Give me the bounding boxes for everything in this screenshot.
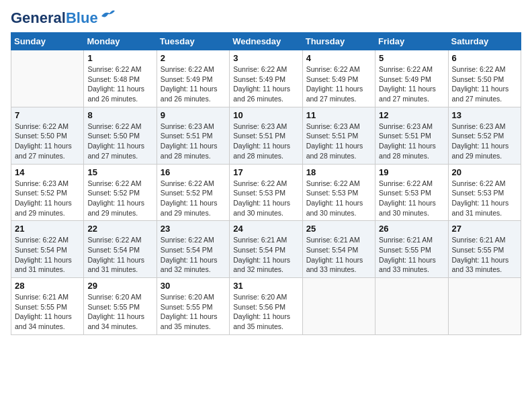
day-info: Sunrise: 6:22 AMSunset: 5:50 PMDaylight:… xyxy=(87,122,152,161)
day-number: 7 xyxy=(15,110,80,120)
day-info: Sunrise: 6:22 AMSunset: 5:49 PMDaylight:… xyxy=(233,64,298,104)
day-number: 1 xyxy=(87,53,152,63)
calendar-cell: 16Sunrise: 6:22 AMSunset: 5:52 PMDayligh… xyxy=(157,164,229,221)
day-info: Sunrise: 6:23 AMSunset: 5:51 PMDaylight:… xyxy=(306,122,371,161)
calendar-cell: 18Sunrise: 6:22 AMSunset: 5:53 PMDayligh… xyxy=(302,164,375,221)
calendar-header-tuesday: Tuesday xyxy=(157,33,229,50)
calendar-cell: 1Sunrise: 6:22 AMSunset: 5:48 PMDaylight… xyxy=(84,50,157,107)
calendar-cell: 5Sunrise: 6:22 AMSunset: 5:49 PMDaylight… xyxy=(375,50,448,107)
day-number: 12 xyxy=(379,110,444,120)
day-number: 22 xyxy=(87,224,152,234)
day-number: 9 xyxy=(161,110,226,120)
calendar-cell: 10Sunrise: 6:23 AMSunset: 5:51 PMDayligh… xyxy=(230,107,302,164)
day-number: 14 xyxy=(15,167,80,177)
day-info: Sunrise: 6:21 AMSunset: 5:54 PMDaylight:… xyxy=(306,235,371,275)
calendar-header-thursday: Thursday xyxy=(302,33,375,50)
calendar-cell: 17Sunrise: 6:22 AMSunset: 5:53 PMDayligh… xyxy=(230,164,302,221)
day-info: Sunrise: 6:22 AMSunset: 5:52 PMDaylight:… xyxy=(161,179,226,218)
day-info: Sunrise: 6:22 AMSunset: 5:49 PMDaylight:… xyxy=(379,64,444,104)
day-info: Sunrise: 6:22 AMSunset: 5:49 PMDaylight:… xyxy=(161,64,226,104)
logo-bird-icon xyxy=(100,9,115,21)
day-info: Sunrise: 6:22 AMSunset: 5:52 PMDaylight:… xyxy=(87,179,152,218)
day-info: Sunrise: 6:22 AMSunset: 5:54 PMDaylight:… xyxy=(15,235,80,275)
calendar-cell: 21Sunrise: 6:22 AMSunset: 5:54 PMDayligh… xyxy=(11,221,84,278)
day-info: Sunrise: 6:22 AMSunset: 5:50 PMDaylight:… xyxy=(452,64,517,104)
day-number: 5 xyxy=(379,53,444,63)
day-number: 25 xyxy=(306,224,371,234)
day-number: 23 xyxy=(161,224,226,234)
calendar-cell: 12Sunrise: 6:23 AMSunset: 5:51 PMDayligh… xyxy=(375,107,448,164)
calendar-cell: 22Sunrise: 6:22 AMSunset: 5:54 PMDayligh… xyxy=(84,221,157,278)
logo: GeneralBlue xyxy=(11,11,115,26)
day-number: 21 xyxy=(15,224,80,234)
calendar-header-friday: Friday xyxy=(375,33,448,50)
calendar-header-monday: Monday xyxy=(84,33,157,50)
day-number: 20 xyxy=(452,167,517,177)
day-number: 15 xyxy=(87,167,152,177)
calendar-header-sunday: Sunday xyxy=(11,33,84,50)
calendar-cell: 29Sunrise: 6:20 AMSunset: 5:55 PMDayligh… xyxy=(84,278,157,335)
calendar-header-row: SundayMondayTuesdayWednesdayThursdayFrid… xyxy=(11,33,521,50)
calendar-cell: 13Sunrise: 6:23 AMSunset: 5:52 PMDayligh… xyxy=(448,107,521,164)
day-number: 11 xyxy=(306,110,371,120)
day-number: 16 xyxy=(161,167,226,177)
calendar-cell: 31Sunrise: 6:20 AMSunset: 5:56 PMDayligh… xyxy=(230,278,302,335)
calendar-week-row: 7Sunrise: 6:22 AMSunset: 5:50 PMDaylight… xyxy=(11,107,521,164)
day-info: Sunrise: 6:21 AMSunset: 5:55 PMDaylight:… xyxy=(15,292,80,332)
day-info: Sunrise: 6:23 AMSunset: 5:52 PMDaylight:… xyxy=(15,179,80,218)
day-number: 17 xyxy=(233,167,298,177)
day-number: 3 xyxy=(233,53,298,63)
calendar-cell xyxy=(448,278,521,335)
calendar-cell: 25Sunrise: 6:21 AMSunset: 5:54 PMDayligh… xyxy=(302,221,375,278)
day-number: 18 xyxy=(306,167,371,177)
day-number: 30 xyxy=(161,281,226,291)
day-info: Sunrise: 6:23 AMSunset: 5:52 PMDaylight:… xyxy=(452,122,517,161)
calendar-cell: 23Sunrise: 6:22 AMSunset: 5:54 PMDayligh… xyxy=(157,221,229,278)
day-number: 26 xyxy=(379,224,444,234)
day-number: 6 xyxy=(452,53,517,63)
page-header: GeneralBlue xyxy=(11,11,521,26)
calendar-table: SundayMondayTuesdayWednesdayThursdayFrid… xyxy=(11,32,521,335)
day-number: 4 xyxy=(306,53,371,63)
day-number: 27 xyxy=(452,224,517,234)
calendar-cell: 3Sunrise: 6:22 AMSunset: 5:49 PMDaylight… xyxy=(230,50,302,107)
day-number: 28 xyxy=(15,281,80,291)
calendar-cell: 8Sunrise: 6:22 AMSunset: 5:50 PMDaylight… xyxy=(84,107,157,164)
calendar-cell: 2Sunrise: 6:22 AMSunset: 5:49 PMDaylight… xyxy=(157,50,229,107)
day-number: 31 xyxy=(233,281,298,291)
calendar-week-row: 21Sunrise: 6:22 AMSunset: 5:54 PMDayligh… xyxy=(11,221,521,278)
calendar-cell: 15Sunrise: 6:22 AMSunset: 5:52 PMDayligh… xyxy=(84,164,157,221)
calendar-cell: 11Sunrise: 6:23 AMSunset: 5:51 PMDayligh… xyxy=(302,107,375,164)
day-number: 24 xyxy=(233,224,298,234)
day-number: 10 xyxy=(233,110,298,120)
calendar-cell: 20Sunrise: 6:22 AMSunset: 5:53 PMDayligh… xyxy=(448,164,521,221)
day-info: Sunrise: 6:22 AMSunset: 5:53 PMDaylight:… xyxy=(379,179,444,218)
calendar-cell: 19Sunrise: 6:22 AMSunset: 5:53 PMDayligh… xyxy=(375,164,448,221)
calendar-cell: 30Sunrise: 6:20 AMSunset: 5:55 PMDayligh… xyxy=(157,278,229,335)
day-info: Sunrise: 6:23 AMSunset: 5:51 PMDaylight:… xyxy=(161,122,226,161)
logo-text: GeneralBlue xyxy=(11,11,98,26)
day-info: Sunrise: 6:22 AMSunset: 5:48 PMDaylight:… xyxy=(87,64,152,104)
day-number: 8 xyxy=(87,110,152,120)
day-info: Sunrise: 6:22 AMSunset: 5:53 PMDaylight:… xyxy=(306,179,371,218)
calendar-week-row: 1Sunrise: 6:22 AMSunset: 5:48 PMDaylight… xyxy=(11,50,521,107)
calendar-cell: 6Sunrise: 6:22 AMSunset: 5:50 PMDaylight… xyxy=(448,50,521,107)
calendar-cell: 26Sunrise: 6:21 AMSunset: 5:55 PMDayligh… xyxy=(375,221,448,278)
calendar-cell: 28Sunrise: 6:21 AMSunset: 5:55 PMDayligh… xyxy=(11,278,84,335)
calendar-cell: 4Sunrise: 6:22 AMSunset: 5:49 PMDaylight… xyxy=(302,50,375,107)
calendar-cell: 14Sunrise: 6:23 AMSunset: 5:52 PMDayligh… xyxy=(11,164,84,221)
day-number: 19 xyxy=(379,167,444,177)
day-info: Sunrise: 6:20 AMSunset: 5:55 PMDaylight:… xyxy=(87,292,152,332)
calendar-cell: 9Sunrise: 6:23 AMSunset: 5:51 PMDaylight… xyxy=(157,107,229,164)
day-info: Sunrise: 6:20 AMSunset: 5:56 PMDaylight:… xyxy=(233,292,298,332)
calendar-header-saturday: Saturday xyxy=(448,33,521,50)
day-info: Sunrise: 6:21 AMSunset: 5:54 PMDaylight:… xyxy=(233,235,298,275)
calendar-week-row: 28Sunrise: 6:21 AMSunset: 5:55 PMDayligh… xyxy=(11,278,521,335)
day-number: 2 xyxy=(161,53,226,63)
day-info: Sunrise: 6:23 AMSunset: 5:51 PMDaylight:… xyxy=(233,122,298,161)
calendar-cell xyxy=(302,278,375,335)
day-info: Sunrise: 6:22 AMSunset: 5:53 PMDaylight:… xyxy=(233,179,298,218)
day-info: Sunrise: 6:21 AMSunset: 5:55 PMDaylight:… xyxy=(452,235,517,275)
calendar-cell: 24Sunrise: 6:21 AMSunset: 5:54 PMDayligh… xyxy=(230,221,302,278)
day-info: Sunrise: 6:20 AMSunset: 5:55 PMDaylight:… xyxy=(161,292,226,332)
